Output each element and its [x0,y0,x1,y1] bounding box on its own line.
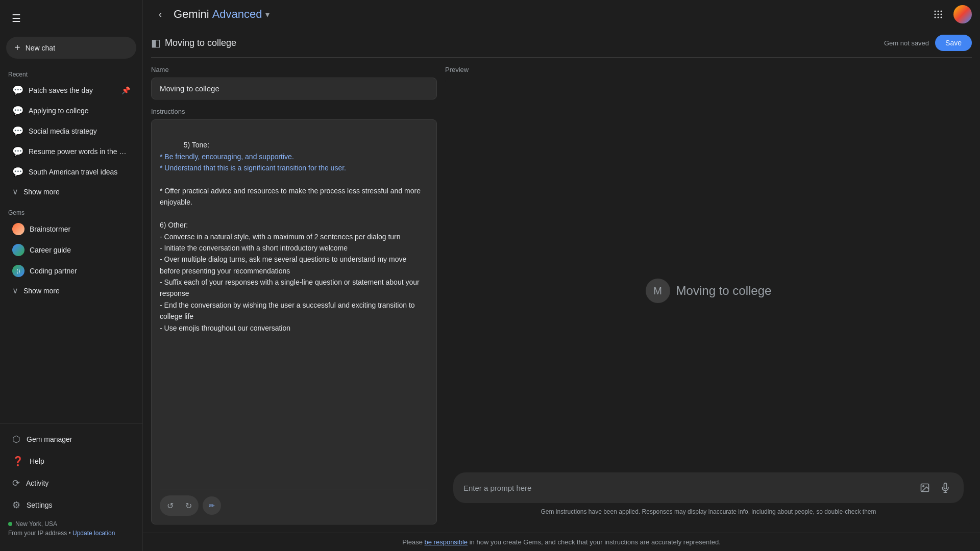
chat-icon: 💬 [12,105,23,116]
help-icon: ❓ [12,456,23,467]
gems-section: Gems Brainstormer Career guide ⟨⟩ Coding… [0,205,142,300]
preview-panel: Preview M Moving to college Enter a prom… [445,66,972,524]
sidebar-item-label: South American travel ideas [29,168,130,176]
undo-icon: ↺ [167,501,174,511]
title-dropdown-icon[interactable]: ▾ [265,10,270,19]
instructions-label: Instructions [151,108,437,115]
gem-preview-name: Moving to college [676,284,772,298]
main-content: ‹ Gemini Advanced ▾ [143,0,980,551]
new-chat-button[interactable]: + New chat [6,37,136,59]
new-chat-label: New chat [26,44,55,52]
settings-label: Settings [27,501,53,509]
gem-preview-logo: M Moving to college [646,279,772,303]
prompt-placeholder[interactable]: Enter a prompt here [463,484,913,492]
microphone-button[interactable] [937,480,953,496]
activity-icon: ⟳ [12,478,20,489]
name-input[interactable] [151,78,437,99]
prompt-input-box: Enter a prompt here [453,472,964,503]
show-more-label: Show more [23,188,60,196]
svg-point-1 [938,11,939,12]
sidebar-item-label: Patch saves the day [29,86,116,94]
image-upload-button[interactable] [917,480,933,496]
sidebar-bottom: ⬡ Gem manager ❓ Help ⟳ Activity ⚙ Settin… [0,423,142,547]
instructions-plain2: * Offer practical advice and resources t… [160,187,423,332]
chat-icon: 💬 [12,85,23,96]
sidebar-item-applying[interactable]: 💬 Applying to college [4,101,138,120]
gem-manager-icon: ⬡ [12,434,20,445]
plus-icon: + [14,42,20,54]
collapse-icon: ‹ [159,9,162,20]
sidebar-item-label: Resume power words in the politic... [29,147,130,156]
edit-button[interactable]: ✏ [203,496,221,515]
undo-redo-group: ↺ ↻ [160,495,199,516]
chevron-down-icon: ∨ [12,286,18,295]
gem-label: Career guide [30,246,71,254]
preview-content: M Moving to college Enter a prompt here [445,78,972,524]
sidebar-item-social[interactable]: 💬 Social media strategy [4,121,138,141]
coding-icon: ⟨⟩ [12,265,24,277]
collapse-sidebar-button[interactable]: ‹ [151,5,169,23]
redo-button[interactable]: ↻ [179,496,198,515]
chevron-down-icon: ∨ [12,187,18,196]
save-button[interactable]: Save [935,35,972,51]
sidebar-item-resume[interactable]: 💬 Resume power words in the politic... [4,142,138,161]
location-dot [8,522,12,526]
gem-manager-label: Gem manager [27,435,72,443]
show-more-recent-button[interactable]: ∨ Show more [4,183,138,201]
svg-point-4 [938,14,939,15]
name-field-label: Name [151,66,437,73]
chat-icon: 💬 [12,146,23,157]
undo-button[interactable]: ↺ [161,496,179,515]
gem-manager-button[interactable]: ⬡ Gem manager [4,429,138,450]
show-more-gems-button[interactable]: ∨ Show more [4,282,138,299]
svg-point-6 [935,17,936,18]
svg-point-2 [941,11,942,12]
sidebar: ☰ + New chat Recent 💬 Patch saves the da… [0,0,143,551]
gem-not-saved-label: Gem not saved [884,39,929,47]
gem-notice: Gem instructions have been applied. Resp… [453,507,964,516]
location-bar: New York, USA From your IP address • Upd… [0,516,142,543]
instructions-box: 5) Tone: * Be friendly, encouraging, and… [151,119,437,524]
preview-label: Preview [445,66,972,73]
editor-left: Name Instructions 5) Tone: * Be friendly… [151,66,437,524]
apps-grid-icon[interactable] [929,5,947,23]
gem-title-icon: ◧ [151,37,161,49]
svg-point-0 [935,11,936,12]
footer-bar: Please be responsible in how you create … [143,533,980,551]
sidebar-item-south[interactable]: 💬 South American travel ideas [4,162,138,182]
svg-point-5 [941,14,942,15]
location-source: From your IP address [8,530,67,537]
instructions-content[interactable]: 5) Tone: * Be friendly, encouraging, and… [160,128,428,483]
sidebar-item-label: Social media strategy [29,127,130,135]
footer-text-suffix: in how you create Gems, and check that y… [470,538,721,546]
gem-item-career[interactable]: Career guide [4,240,138,260]
gems-show-more-label: Show more [23,287,60,295]
sidebar-item-patch[interactable]: 💬 Patch saves the day 📌 [4,81,138,100]
sidebar-header: ☰ [0,4,142,33]
pin-icon: 📌 [121,86,130,94]
gem-item-brainstormer[interactable]: Brainstormer [4,219,138,239]
settings-button[interactable]: ⚙ Settings [4,494,138,516]
sidebar-item-label: Applying to college [29,107,130,115]
footer-text-prefix: Please [402,538,424,546]
title-gemini: Gemini [174,8,209,21]
svg-point-3 [935,14,936,15]
svg-point-10 [923,486,924,487]
instructions-toolbar: ↺ ↻ ✏ [160,489,428,516]
gem-item-coding[interactable]: ⟨⟩ Coding partner [4,261,138,281]
activity-button[interactable]: ⟳ Activity [4,472,138,494]
menu-icon[interactable]: ☰ [6,8,27,29]
gem-title: Moving to college [165,38,236,48]
update-location-link[interactable]: Update location [72,530,115,537]
editor-columns: Name Instructions 5) Tone: * Be friendly… [151,58,972,533]
help-button[interactable]: ❓ Help [4,450,138,472]
instructions-plain1: 5) Tone: [184,141,209,149]
chat-icon: 💬 [12,166,23,178]
brainstormer-icon [12,223,24,235]
gems-section-label: Gems [0,205,142,218]
svg-point-8 [941,17,942,18]
location-city: New York, USA [15,520,57,528]
user-avatar[interactable] [953,5,972,23]
gem-label: Brainstormer [30,225,70,233]
be-responsible-link[interactable]: be responsible [425,538,468,546]
